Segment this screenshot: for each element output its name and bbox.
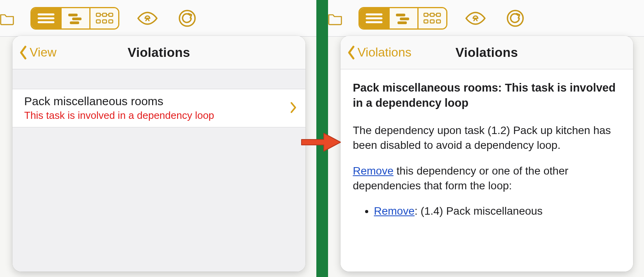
- popover-title: Violations: [128, 45, 190, 60]
- violation-detail: Pack miscellaneous rooms: This task is i…: [341, 69, 633, 272]
- bullet-tail: : (1.4) Pack miscellaneous: [415, 205, 543, 217]
- svg-rect-20: [397, 21, 407, 24]
- svg-rect-22: [430, 13, 434, 16]
- panel-divider: [316, 0, 328, 277]
- svg-point-29: [507, 11, 523, 26]
- back-button[interactable]: Violations: [341, 45, 412, 60]
- view-mode-list[interactable]: [360, 8, 389, 28]
- view-mode-segmented: [30, 7, 119, 30]
- dependency-list-item: Remove: (1.4) Pack miscellaneous: [374, 204, 621, 219]
- svg-rect-9: [96, 20, 100, 23]
- view-mode-gantt[interactable]: [389, 8, 417, 28]
- folder-icon[interactable]: [328, 5, 342, 32]
- remove-link[interactable]: Remove: [353, 165, 394, 177]
- chevron-left-icon: [19, 45, 27, 60]
- panel-list: View Violations Pack miscellaneous rooms…: [0, 0, 316, 277]
- remove-link[interactable]: Remove: [374, 205, 415, 217]
- popover-header: View Violations: [12, 36, 305, 69]
- svg-rect-8: [109, 13, 113, 16]
- folder-icon[interactable]: [0, 5, 14, 32]
- violation-paragraph: Remove this dependency or one of the oth…: [353, 164, 621, 193]
- toolbar: [328, 0, 644, 37]
- svg-rect-4: [72, 18, 82, 20]
- violation-title: Pack miscellaneous rooms: [24, 95, 214, 108]
- back-label: Violations: [358, 45, 412, 60]
- svg-rect-21: [424, 13, 428, 16]
- svg-rect-23: [436, 13, 440, 16]
- svg-rect-24: [424, 20, 428, 23]
- svg-rect-18: [396, 14, 405, 16]
- chevron-left-icon: [347, 45, 355, 60]
- svg-point-14: [179, 11, 195, 26]
- view-mode-segmented: [358, 7, 447, 30]
- popover-header: Violations Violations: [341, 36, 633, 69]
- svg-rect-25: [430, 20, 434, 23]
- violation-paragraph: The dependency upon task (1.2) Pack up k…: [353, 123, 621, 153]
- back-button[interactable]: View: [12, 45, 57, 60]
- violation-heading: Pack miscellaneous rooms: This task is i…: [353, 80, 621, 111]
- view-mode-network[interactable]: [89, 8, 118, 28]
- svg-rect-11: [109, 20, 113, 23]
- dependency-list: Remove: (1.4) Pack miscellaneous: [353, 204, 621, 219]
- svg-rect-7: [103, 13, 106, 16]
- back-label: View: [30, 45, 57, 60]
- inspector-icon[interactable]: [464, 7, 487, 30]
- inspector-icon[interactable]: [136, 7, 159, 30]
- svg-rect-6: [96, 13, 100, 16]
- violations-popover-list: View Violations Pack miscellaneous rooms…: [12, 36, 305, 272]
- svg-rect-3: [68, 14, 78, 16]
- svg-rect-19: [400, 18, 409, 20]
- toolbar: [0, 0, 316, 37]
- violation-subtitle: This task is involved in a dependency lo…: [24, 109, 214, 122]
- chevron-right-icon: [290, 102, 297, 115]
- undo-icon[interactable]: [504, 7, 527, 30]
- view-mode-network[interactable]: [417, 8, 446, 28]
- violation-row[interactable]: Pack miscellaneous rooms This task is in…: [12, 89, 305, 127]
- violations-list: Pack miscellaneous rooms This task is in…: [12, 69, 305, 272]
- violations-popover-detail: Violations Violations Pack miscellaneous…: [341, 36, 633, 272]
- panel-detail: Violations Violations Pack miscellaneous…: [328, 0, 644, 277]
- popover-title: Violations: [456, 45, 518, 60]
- svg-rect-5: [70, 21, 79, 24]
- view-mode-gantt[interactable]: [60, 8, 89, 28]
- view-mode-list[interactable]: [32, 8, 60, 28]
- svg-rect-26: [436, 20, 440, 23]
- undo-icon[interactable]: [176, 7, 199, 30]
- svg-rect-10: [103, 20, 106, 23]
